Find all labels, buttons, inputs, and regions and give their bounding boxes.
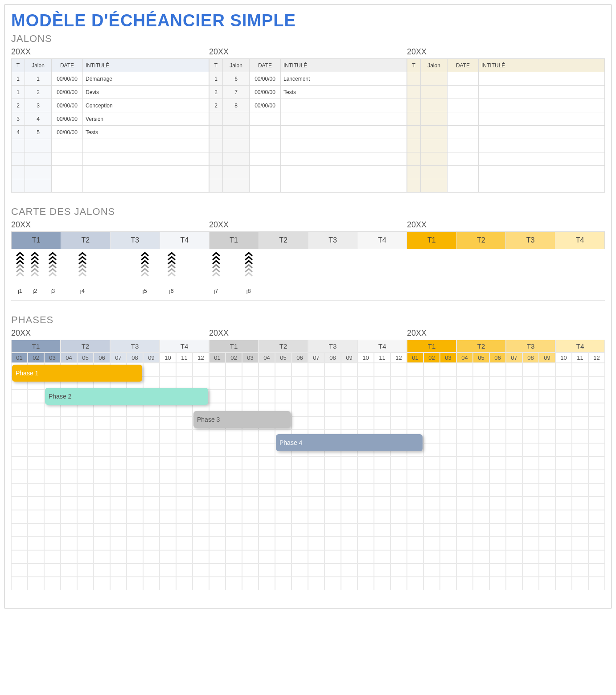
jalons-cell-intitule[interactable]: Version xyxy=(83,112,209,126)
jalons-cell-intitule[interactable] xyxy=(281,99,407,112)
jalons-cell-t[interactable] xyxy=(407,86,421,99)
jalons-cell-intitule[interactable] xyxy=(281,166,407,179)
jalons-cell-intitule[interactable] xyxy=(479,72,605,86)
jalons-cell-t[interactable]: 2 xyxy=(209,99,223,112)
jalons-cell-date[interactable] xyxy=(250,152,281,166)
jalons-cell-jalon[interactable] xyxy=(421,166,448,179)
jalons-cell-intitule[interactable]: Devis xyxy=(83,86,209,99)
jalons-cell-date[interactable] xyxy=(448,112,479,126)
jalons-cell-t[interactable] xyxy=(407,126,421,139)
jalons-cell-jalon[interactable] xyxy=(223,126,250,139)
jalons-cell-jalon[interactable] xyxy=(421,72,448,86)
jalons-cell-jalon[interactable] xyxy=(25,179,52,193)
jalons-cell-jalon[interactable] xyxy=(421,99,448,112)
jalons-cell-intitule[interactable] xyxy=(281,152,407,166)
jalons-cell-intitule[interactable]: Tests xyxy=(83,126,209,139)
jalons-cell-date[interactable] xyxy=(250,126,281,139)
jalons-cell-date[interactable]: 00/00/00 xyxy=(52,112,83,126)
jalons-cell-t[interactable] xyxy=(407,72,421,86)
jalons-cell-jalon[interactable] xyxy=(421,152,448,166)
jalons-cell-intitule[interactable]: Conception xyxy=(83,99,209,112)
jalons-cell-jalon[interactable] xyxy=(421,139,448,152)
jalons-cell-date[interactable] xyxy=(448,126,479,139)
jalons-cell-t[interactable]: 2 xyxy=(12,99,25,112)
jalons-cell-jalon[interactable] xyxy=(421,179,448,193)
jalons-cell-jalon[interactable] xyxy=(223,179,250,193)
jalons-cell-t[interactable] xyxy=(407,179,421,193)
jalons-cell-jalon[interactable] xyxy=(421,112,448,126)
jalons-cell-jalon[interactable]: 8 xyxy=(223,99,250,112)
jalons-cell-date[interactable]: 00/00/00 xyxy=(250,86,281,99)
jalons-cell-jalon[interactable] xyxy=(223,139,250,152)
jalons-cell-t[interactable]: 2 xyxy=(209,86,223,99)
jalons-cell-date[interactable] xyxy=(448,139,479,152)
jalons-cell-intitule[interactable] xyxy=(479,86,605,99)
jalons-cell-t[interactable]: 1 xyxy=(209,72,223,86)
jalons-cell-t[interactable] xyxy=(12,152,25,166)
jalons-cell-intitule[interactable] xyxy=(281,179,407,193)
jalons-cell-t[interactable]: 1 xyxy=(12,86,25,99)
jalons-cell-jalon[interactable] xyxy=(25,152,52,166)
jalons-cell-intitule[interactable] xyxy=(479,112,605,126)
phase-bar[interactable]: Phase 1 xyxy=(12,365,142,382)
jalons-cell-t[interactable] xyxy=(407,166,421,179)
jalons-cell-t[interactable] xyxy=(12,139,25,152)
jalons-cell-t[interactable] xyxy=(209,166,223,179)
jalons-cell-intitule[interactable]: Lancement xyxy=(281,72,407,86)
jalons-cell-intitule[interactable]: Démarrage xyxy=(83,72,209,86)
jalons-cell-intitule[interactable] xyxy=(281,126,407,139)
jalons-cell-t[interactable]: 1 xyxy=(12,72,25,86)
jalons-cell-t[interactable] xyxy=(12,166,25,179)
jalons-cell-t[interactable]: 3 xyxy=(12,112,25,126)
jalons-cell-jalon[interactable]: 6 xyxy=(223,72,250,86)
jalons-cell-date[interactable] xyxy=(52,179,83,193)
jalons-cell-jalon[interactable] xyxy=(223,112,250,126)
jalons-cell-date[interactable]: 00/00/00 xyxy=(250,72,281,86)
jalons-cell-intitule[interactable] xyxy=(83,166,209,179)
jalons-cell-date[interactable] xyxy=(52,166,83,179)
jalons-cell-intitule[interactable] xyxy=(83,139,209,152)
jalons-cell-t[interactable] xyxy=(209,152,223,166)
jalons-cell-date[interactable] xyxy=(250,179,281,193)
jalons-cell-date[interactable]: 00/00/00 xyxy=(52,99,83,112)
jalons-cell-t[interactable] xyxy=(209,126,223,139)
jalons-cell-date[interactable] xyxy=(448,72,479,86)
jalons-cell-intitule[interactable]: Tests xyxy=(281,86,407,99)
jalons-cell-intitule[interactable] xyxy=(83,152,209,166)
jalons-cell-intitule[interactable] xyxy=(479,99,605,112)
jalons-cell-date[interactable] xyxy=(250,112,281,126)
jalons-cell-jalon[interactable]: 4 xyxy=(25,112,52,126)
jalons-cell-t[interactable] xyxy=(209,139,223,152)
jalons-cell-intitule[interactable] xyxy=(83,179,209,193)
jalons-cell-t[interactable] xyxy=(209,179,223,193)
jalons-cell-date[interactable]: 00/00/00 xyxy=(52,86,83,99)
jalons-cell-date[interactable] xyxy=(448,166,479,179)
jalons-cell-jalon[interactable] xyxy=(25,166,52,179)
jalons-cell-t[interactable] xyxy=(407,139,421,152)
jalons-cell-intitule[interactable] xyxy=(479,166,605,179)
jalons-cell-intitule[interactable] xyxy=(479,139,605,152)
jalons-cell-jalon[interactable]: 2 xyxy=(25,86,52,99)
jalons-cell-date[interactable] xyxy=(52,139,83,152)
jalons-cell-jalon[interactable] xyxy=(25,139,52,152)
jalons-cell-jalon[interactable]: 1 xyxy=(25,72,52,86)
jalons-cell-t[interactable] xyxy=(407,99,421,112)
jalons-cell-date[interactable] xyxy=(448,86,479,99)
jalons-cell-jalon[interactable]: 5 xyxy=(25,126,52,139)
jalons-cell-intitule[interactable] xyxy=(479,179,605,193)
jalons-cell-date[interactable] xyxy=(448,179,479,193)
jalons-cell-jalon[interactable] xyxy=(421,86,448,99)
jalons-cell-date[interactable] xyxy=(448,152,479,166)
jalons-cell-jalon[interactable]: 7 xyxy=(223,86,250,99)
jalons-cell-t[interactable] xyxy=(12,179,25,193)
jalons-cell-jalon[interactable] xyxy=(223,166,250,179)
jalons-cell-jalon[interactable]: 3 xyxy=(25,99,52,112)
jalons-cell-date[interactable] xyxy=(52,152,83,166)
phase-bar[interactable]: Phase 4 xyxy=(276,434,423,451)
jalons-cell-intitule[interactable] xyxy=(479,152,605,166)
phase-bar[interactable]: Phase 3 xyxy=(193,411,291,428)
jalons-cell-t[interactable] xyxy=(407,152,421,166)
jalons-cell-t[interactable] xyxy=(209,112,223,126)
jalons-cell-t[interactable]: 4 xyxy=(12,126,25,139)
jalons-cell-intitule[interactable] xyxy=(281,139,407,152)
